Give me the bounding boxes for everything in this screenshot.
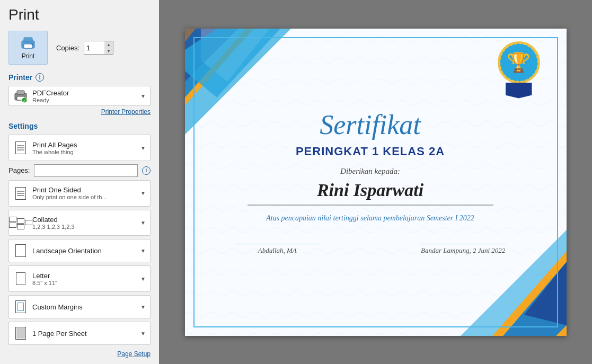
persheet-left: 1 Page Per Sheet: [13, 326, 87, 341]
certificate-subtitle: PERINGKAT 1 KELAS 2A: [296, 145, 445, 158]
print-button-area: Print Copies: ▲ ▼: [8, 31, 151, 65]
print-sided-sub: Only print on one side of th...: [32, 194, 107, 200]
copies-decrement-button[interactable]: ▼: [104, 48, 113, 54]
printer-info-icon[interactable]: i: [36, 73, 44, 82]
svg-rect-5: [17, 91, 24, 94]
sided-icon: [13, 186, 28, 201]
print-pages-main: Print All Pages: [32, 141, 77, 149]
collation-chevron-icon: ▼: [140, 220, 146, 226]
cert-signer-right-name: Bandar Lampung, 2 Juni 2022: [421, 246, 505, 255]
margins-main: Custom Margins: [32, 303, 83, 311]
pages-chevron-icon: ▼: [140, 145, 146, 151]
sign-line-right: [421, 244, 506, 244]
svg-text:✓: ✓: [23, 99, 26, 103]
persheet-text: 1 Page Per Sheet: [32, 330, 87, 338]
cert-signer-left-name: Abdullah, MA: [258, 246, 297, 255]
preview-panel: 🏆 Sertifikat PERINGKAT 1 KELAS 2A Diberi…: [159, 0, 592, 364]
print-sided-dropdown[interactable]: Print One Sided Only print on one side o…: [8, 180, 151, 207]
main-container: Print Print Copies: ▲ ▼: [0, 0, 592, 364]
collation-text: Collated 1,2,3 1,2,3 1,2,3: [32, 216, 75, 230]
copies-input-wrapper: ▲ ▼: [84, 41, 113, 55]
collation-dropdown[interactable]: Collated 1,2,3 1,2,3 1,2,3 ▼: [8, 210, 151, 236]
printer-left: ✓ PDFCreator Ready: [13, 88, 69, 103]
svg-rect-2: [24, 44, 32, 48]
margins-icon: [13, 299, 28, 314]
orientation-chevron-icon: ▼: [140, 248, 146, 254]
paper-left: Letter 8.5" x 11": [13, 271, 57, 286]
certificate-given-to: Diberikan kepada:: [340, 167, 400, 176]
print-pages-text: Print All Pages The whole thing: [32, 141, 77, 155]
certificate-signer-right: Bandar Lampung, 2 Juni 2022: [421, 244, 506, 255]
printer-info: PDFCreator Ready: [32, 89, 69, 103]
pdfcreator-icon: ✓: [13, 88, 28, 103]
certificate-background: 🏆 Sertifikat PERINGKAT 1 KELAS 2A Diberi…: [185, 29, 567, 336]
certificate-preview: 🏆 Sertifikat PERINGKAT 1 KELAS 2A Diberi…: [185, 29, 567, 336]
collation-sub: 1,2,3 1,2,3 1,2,3: [32, 224, 75, 230]
printer-icon-wrap: ✓: [13, 88, 28, 103]
margins-text: Custom Margins: [32, 303, 83, 311]
page-setup-link[interactable]: Page Setup: [8, 350, 151, 358]
paper-icon: [13, 271, 28, 286]
certificate-title: Sertifikat: [320, 109, 421, 140]
orientation-main: Landscape Orientation: [32, 247, 102, 255]
persheet-main: 1 Page Per Sheet: [32, 330, 87, 338]
sided-chevron-icon: ▼: [140, 190, 146, 196]
page-title: Print: [8, 6, 151, 23]
certificate-description: Atas pencapaian nilai tertinggi selama p…: [266, 214, 474, 223]
orientation-text: Landscape Orientation: [32, 247, 102, 255]
printer-status: Ready: [32, 97, 69, 103]
copies-increment-button[interactable]: ▲: [104, 41, 113, 48]
certificate-signer-left: Abdullah, MA: [235, 244, 320, 255]
print-btn-label: Print: [22, 52, 35, 60]
paper-main: Letter: [32, 272, 57, 280]
collation-main: Collated: [32, 216, 75, 224]
printer-name: PDFCreator: [32, 89, 69, 97]
svg-point-3: [31, 43, 33, 45]
collation-icon: [13, 216, 28, 230]
printer-section-title: Printer i: [8, 73, 151, 82]
printer-properties-link[interactable]: Printer Properties: [8, 108, 151, 116]
certificate-footer: Abdullah, MA Bandar Lampung, 2 Juni 2022: [235, 244, 505, 255]
margins-left: Custom Margins: [13, 299, 83, 314]
orientation-icon: [13, 243, 28, 258]
paper-sub: 8.5" x 11": [32, 280, 57, 286]
persheet-chevron-icon: ▼: [140, 331, 146, 336]
paper-text: Letter 8.5" x 11": [32, 272, 57, 286]
copies-area: Copies: ▲ ▼: [56, 41, 113, 55]
printer-icon: [20, 35, 37, 50]
pages-input[interactable]: [34, 164, 138, 177]
settings-section-title: Settings: [8, 122, 151, 130]
margins-chevron-icon: ▼: [140, 304, 146, 310]
svg-rect-1: [24, 38, 32, 42]
print-sided-left: Print One Sided Only print on one side o…: [13, 186, 107, 201]
pages-label: Pages:: [8, 166, 30, 174]
sign-line-left: [235, 244, 320, 244]
margins-dropdown[interactable]: Custom Margins ▼: [8, 295, 151, 318]
print-pages-left: Print All Pages The whole thing: [13, 140, 77, 155]
orientation-dropdown[interactable]: Landscape Orientation ▼: [8, 239, 151, 262]
persheet-icon: [13, 326, 28, 341]
printer-dropdown-chevron-icon: ▼: [140, 93, 146, 99]
left-panel: Print Print Copies: ▲ ▼: [0, 0, 159, 364]
paper-chevron-icon: ▼: [140, 276, 146, 282]
orientation-left: Landscape Orientation: [13, 243, 102, 258]
certificate-content: Sertifikat PERINGKAT 1 KELAS 2A Diberika…: [185, 29, 567, 336]
collation-left: Collated 1,2,3 1,2,3 1,2,3: [13, 216, 75, 230]
paper-dropdown[interactable]: Letter 8.5" x 11" ▼: [8, 265, 151, 292]
print-sided-text: Print One Sided Only print on one side o…: [32, 186, 107, 200]
copies-label: Copies:: [56, 44, 79, 52]
print-pages-sub: The whole thing: [32, 149, 77, 155]
printer-dropdown[interactable]: ✓ PDFCreator Ready ▼: [8, 86, 151, 106]
pages-info-icon[interactable]: i: [142, 166, 151, 175]
pages-row: Pages: i: [8, 164, 151, 177]
print-pages-dropdown[interactable]: Print All Pages The whole thing ▼: [8, 135, 151, 161]
certificate-recipient-name: Rini Isparwati: [248, 180, 493, 206]
print-sided-main: Print One Sided: [32, 186, 107, 194]
copies-input[interactable]: [84, 41, 104, 54]
pages-icon: [13, 140, 28, 155]
persheet-dropdown[interactable]: 1 Page Per Sheet ▼: [8, 322, 151, 345]
print-button[interactable]: Print: [8, 31, 48, 65]
copies-spinner: ▲ ▼: [104, 41, 113, 54]
